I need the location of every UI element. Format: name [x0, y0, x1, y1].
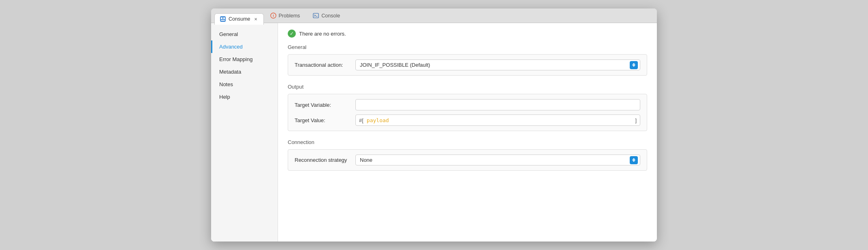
reconnection-select[interactable]: None Standard Forever — [355, 155, 640, 165]
form-row-transactional-action: Transactional action: JOIN_IF_POSSIBLE (… — [295, 59, 640, 70]
sidebar-item-error-mapping[interactable]: Error Mapping — [211, 53, 278, 66]
tab-bar: Consume ✕ ! Problems Console — [211, 8, 657, 23]
transactional-action-select-wrapper: JOIN_IF_POSSIBLE (Default) ALWAYS_BEGIN … — [355, 59, 640, 70]
sidebar-item-notes-label: Notes — [219, 81, 233, 87]
form-row-reconnection: Reconnection strategy None Standard Fore… — [295, 155, 640, 165]
section-connection-body: Reconnection strategy None Standard Fore… — [288, 149, 647, 171]
form-row-target-variable: Target Variable: — [295, 99, 640, 110]
target-variable-input[interactable] — [355, 99, 640, 110]
transactional-action-label: Transactional action: — [295, 62, 355, 68]
section-output: Output Target Variable: Target Value: #[ — [288, 84, 647, 131]
target-value-prefix: #[ — [359, 117, 363, 123]
svg-rect-0 — [220, 16, 226, 22]
consume-icon — [220, 16, 226, 22]
sidebar-item-help-label: Help — [219, 94, 230, 100]
reconnection-select-wrapper: None Standard Forever — [355, 155, 640, 165]
section-output-title: Output — [288, 84, 647, 90]
svg-rect-3 — [221, 20, 225, 21]
section-general: General Transactional action: JOIN_IF_PO… — [288, 44, 647, 76]
target-value-control: #[ payload ] — [355, 114, 640, 126]
tab-console[interactable]: Console — [306, 8, 346, 23]
console-icon — [313, 13, 319, 19]
section-connection-title: Connection — [288, 139, 647, 145]
sidebar-item-notes[interactable]: Notes — [211, 78, 278, 91]
transactional-action-control: JOIN_IF_POSSIBLE (Default) ALWAYS_BEGIN … — [355, 59, 640, 70]
section-output-body: Target Variable: Target Value: #[ payloa… — [288, 94, 647, 131]
target-value-expression: payload — [367, 117, 389, 123]
status-bar: ✓ There are no errors. — [288, 30, 647, 38]
tab-problems-label: Problems — [279, 13, 300, 19]
target-variable-label: Target Variable: — [295, 102, 355, 108]
section-connection: Connection Reconnection strategy None St… — [288, 139, 647, 171]
section-general-body: Transactional action: JOIN_IF_POSSIBLE (… — [288, 54, 647, 76]
sidebar-item-advanced[interactable]: Advanced — [211, 40, 278, 53]
svg-rect-1 — [221, 17, 222, 19]
target-variable-control — [355, 99, 640, 110]
target-value-field[interactable]: #[ payload ] — [355, 114, 640, 126]
sidebar-item-error-mapping-label: Error Mapping — [219, 56, 252, 62]
status-message: There are no errors. — [299, 31, 346, 37]
sidebar-item-help[interactable]: Help — [211, 91, 278, 103]
target-value-suffix: ] — [635, 117, 637, 123]
tab-consume[interactable]: Consume ✕ — [214, 13, 264, 25]
tab-problems[interactable]: ! Problems — [264, 8, 307, 23]
target-value-label: Target Value: — [295, 117, 355, 123]
status-icon: ✓ — [288, 30, 296, 38]
tab-console-label: Console — [321, 13, 340, 19]
sidebar-item-metadata-label: Metadata — [219, 69, 241, 75]
reconnection-control: None Standard Forever — [355, 155, 640, 165]
tab-consume-label: Consume — [229, 16, 250, 22]
sidebar-item-metadata[interactable]: Metadata — [211, 66, 278, 78]
main-window: Consume ✕ ! Problems Console General — [211, 8, 657, 242]
status-checkmark: ✓ — [290, 31, 294, 36]
form-row-target-value: Target Value: #[ payload ] — [295, 114, 640, 126]
transactional-action-select[interactable]: JOIN_IF_POSSIBLE (Default) ALWAYS_BEGIN … — [355, 59, 640, 70]
content-area: ✓ There are no errors. General Transacti… — [278, 23, 657, 242]
sidebar-item-general-label: General — [219, 31, 238, 37]
section-general-title: General — [288, 44, 647, 50]
sidebar-item-advanced-label: Advanced — [219, 44, 243, 50]
tab-consume-close[interactable]: ✕ — [253, 16, 259, 22]
svg-text:!: ! — [272, 14, 274, 18]
reconnection-label: Reconnection strategy — [295, 157, 355, 163]
main-content: General Advanced Error Mapping Metadata … — [211, 23, 657, 242]
svg-rect-2 — [223, 17, 225, 19]
sidebar: General Advanced Error Mapping Metadata … — [211, 23, 278, 242]
sidebar-item-general[interactable]: General — [211, 28, 278, 40]
problems-icon: ! — [270, 13, 276, 19]
